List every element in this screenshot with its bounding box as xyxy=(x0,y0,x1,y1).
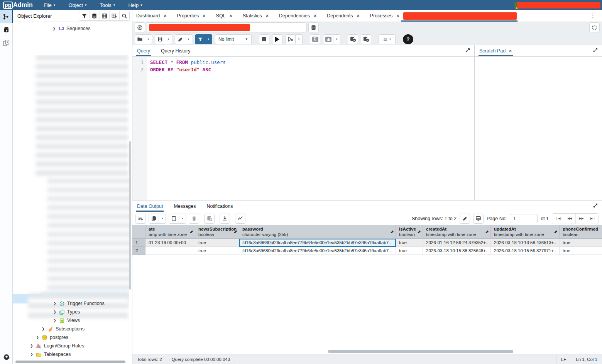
explain-menu-button[interactable]: ▾ xyxy=(333,34,340,44)
paste-menu-button[interactable]: ▾ xyxy=(179,214,186,224)
sql-code[interactable]: SELECT * FROM public.users ORDER BY "use… xyxy=(147,57,226,200)
close-icon[interactable]: ✕ xyxy=(163,13,167,19)
edit-button[interactable] xyxy=(175,34,185,44)
cell-password-selected[interactable]: fd16c3a69680bf29cafba8ee779b64e5e00e1ea5… xyxy=(239,239,396,247)
close-icon[interactable]: ✕ xyxy=(509,49,512,54)
save-file-button[interactable] xyxy=(155,34,165,44)
edit-range-button[interactable] xyxy=(460,214,470,224)
cell-phoneConfirmed[interactable]: true xyxy=(560,247,602,255)
close-icon[interactable]: ✕ xyxy=(229,13,233,19)
cell-isActive[interactable]: true xyxy=(396,239,423,247)
cell-updatedAt[interactable]: 2026-03-18 10:15:56.327971+... xyxy=(491,247,560,255)
column-header-password[interactable]: passwordcharacter varying (255) xyxy=(239,225,396,239)
row-number-cell[interactable]: 1 xyxy=(132,239,145,247)
tab-processes[interactable]: Processes✕ xyxy=(370,13,400,19)
last-page-button[interactable]: ▶❘ xyxy=(587,214,599,224)
sql-editor[interactable]: 1 2 SELECT * FROM public.users ORDER BY … xyxy=(132,57,474,200)
close-icon[interactable]: ✕ xyxy=(396,13,399,19)
copy-menu-button[interactable]: ▾ xyxy=(159,214,166,224)
rail-processes-button[interactable] xyxy=(0,36,13,49)
tab-dashboard[interactable]: Dashboard✕ xyxy=(136,13,167,19)
filter-menu-button[interactable]: ▾ xyxy=(205,34,212,44)
close-icon[interactable]: ✕ xyxy=(265,13,269,19)
tab-dependents[interactable]: Dependents✕ xyxy=(327,13,360,19)
sidebar-horizontal-scrollbar[interactable] xyxy=(15,361,125,363)
copy-button[interactable] xyxy=(149,214,159,224)
user-menu-redacted[interactable] xyxy=(515,2,600,8)
filtered-rows-button[interactable] xyxy=(109,11,119,20)
tab-query-history[interactable]: Query History xyxy=(160,46,191,56)
next-page-button[interactable]: ▶▶ xyxy=(575,214,587,224)
connection-string-field[interactable] xyxy=(147,22,307,32)
tab-data-output[interactable]: Data Output xyxy=(136,201,164,212)
eval-window-button[interactable] xyxy=(473,214,484,224)
execute-query-button[interactable] xyxy=(272,34,282,44)
first-page-button[interactable]: ❘◀ xyxy=(552,214,564,224)
help-button[interactable]: ? xyxy=(403,34,413,44)
cell-password[interactable]: fd16c3a69680bf29cafba8ee779b64e5e00e1ea5… xyxy=(239,247,396,255)
cell-createdAt[interactable]: 2026-01-16 12:56:24.379352+... xyxy=(423,239,491,247)
close-icon[interactable]: ✕ xyxy=(357,13,360,19)
macros-button[interactable]: ≣▾ xyxy=(379,34,396,44)
column-header-date[interactable]: ateamp with time zone xyxy=(145,225,195,239)
edit-menu-button[interactable]: ▾ xyxy=(185,34,192,44)
cell-phoneConfirmed[interactable]: true xyxy=(560,239,602,247)
column-header-createdAt[interactable]: createdAttimestamp with time zone xyxy=(423,225,491,239)
connection-status-button[interactable] xyxy=(135,22,145,32)
cancel-query-button[interactable] xyxy=(259,34,269,44)
tab-overflow-menu-button[interactable]: ⋮ xyxy=(588,12,598,19)
view-data-button[interactable] xyxy=(99,11,109,20)
cell-createdAt[interactable]: 2026-03-18 10:15:38.825648+... xyxy=(423,247,491,255)
rollback-button[interactable] xyxy=(361,34,371,44)
prev-page-button[interactable]: ◀◀ xyxy=(564,214,575,224)
menu-object[interactable]: Object▾ xyxy=(68,2,86,8)
cell-newsSubscription[interactable]: true xyxy=(195,247,239,255)
eol-indicator[interactable]: LF xyxy=(556,354,571,364)
menu-help[interactable]: Help▾ xyxy=(128,2,142,8)
tab-messages[interactable]: Messages xyxy=(173,201,196,212)
row-number-cell[interactable]: 2 xyxy=(132,247,145,255)
page-number-input[interactable] xyxy=(510,214,538,223)
row-limit-select[interactable]: No limit ▼ xyxy=(215,34,252,44)
tab-statistics[interactable]: Statistics✕ xyxy=(243,13,269,19)
cell-updatedAt[interactable]: 2026-03-18 10:13:58.436513+... xyxy=(491,239,560,247)
execute-options-button[interactable] xyxy=(285,34,296,44)
execute-options-menu-button[interactable]: ▾ xyxy=(296,34,303,44)
expand-panel-button[interactable] xyxy=(593,203,598,209)
graph-visualiser-button[interactable] xyxy=(235,214,245,224)
grid-horizontal-scrollbar[interactable] xyxy=(328,350,513,353)
tab-dependencies[interactable]: Dependencies✕ xyxy=(279,13,317,19)
explain-analyze-button[interactable] xyxy=(323,34,333,44)
tree-item-views[interactable]: ❯ Views xyxy=(13,316,132,325)
search-objects-button[interactable] xyxy=(119,11,129,20)
close-icon[interactable]: ✕ xyxy=(202,13,206,19)
expand-panel-button[interactable] xyxy=(593,47,598,54)
paste-button[interactable] xyxy=(169,214,179,224)
tree-item-tablespaces[interactable]: ❯ Tablespaces xyxy=(13,350,132,359)
rail-object-explorer-button[interactable] xyxy=(0,10,13,23)
menu-tools[interactable]: Tools▾ xyxy=(100,2,115,8)
tree-item-types[interactable]: ❯ Types xyxy=(13,308,132,316)
rail-query-tool-button[interactable] xyxy=(0,23,13,36)
column-header-updatedAt[interactable]: updatedAttimestamp with time zone xyxy=(491,225,560,239)
save-data-changes-button[interactable] xyxy=(204,214,215,224)
tab-properties[interactable]: Properties✕ xyxy=(177,13,206,19)
commit-button[interactable] xyxy=(348,34,358,44)
column-header-phoneConfirmed[interactable]: phoneConfirmedboolean xyxy=(560,225,602,239)
download-results-button[interactable] xyxy=(220,214,230,224)
new-connection-button[interactable] xyxy=(308,22,319,32)
tree-item-sequences[interactable]: ❯ 1..3 Sequences xyxy=(13,24,132,33)
tab-sql[interactable]: SQL✕ xyxy=(216,13,233,19)
cell-date[interactable] xyxy=(145,247,195,255)
tab-notifications[interactable]: Notifications xyxy=(206,201,233,212)
filter-button[interactable] xyxy=(195,34,205,44)
column-header-isActive[interactable]: isActiveboolean xyxy=(396,225,423,239)
rail-settings-button[interactable] xyxy=(0,351,13,362)
tab-query[interactable]: Query xyxy=(136,46,151,56)
expand-panel-button[interactable] xyxy=(465,47,470,54)
tree-item-postgres[interactable]: ❯ postgres xyxy=(13,333,132,342)
tree-item-trigger-functions[interactable]: ❯ Trigger Functions xyxy=(13,299,132,308)
tab-query-tool-active-redacted[interactable] xyxy=(403,10,517,22)
refresh-tree-button[interactable] xyxy=(89,11,99,20)
menu-file[interactable]: File▾ xyxy=(44,2,55,8)
